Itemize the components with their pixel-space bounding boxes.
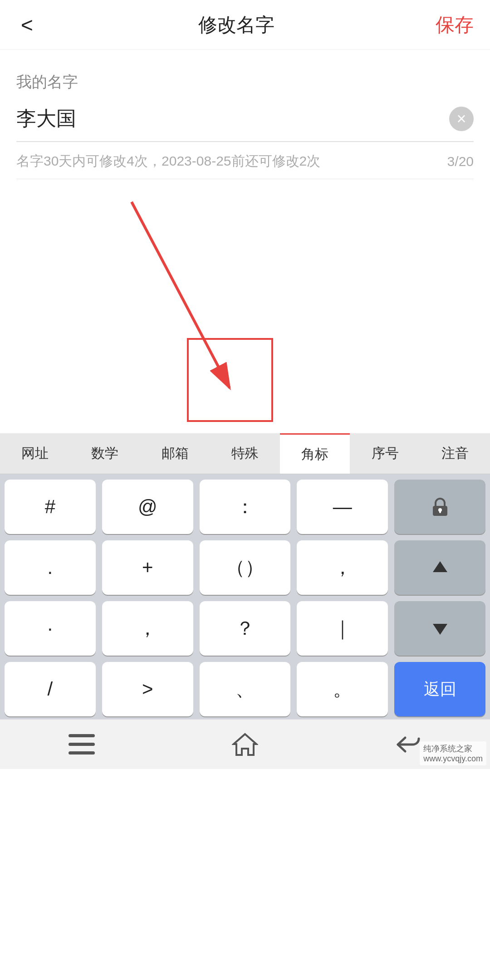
key-row-2: . + （） ， bbox=[5, 540, 485, 595]
key-row-1: # @ ： — bbox=[5, 480, 485, 534]
key-arrow-up[interactable] bbox=[394, 540, 485, 595]
page-title: 修改名字 bbox=[198, 12, 274, 38]
key-rows: # @ ： — . + （） ， bbox=[0, 474, 490, 719]
key-hash[interactable]: # bbox=[5, 480, 96, 534]
tab-wangzhi[interactable]: 网址 bbox=[0, 433, 70, 474]
key-colon[interactable]: ： bbox=[200, 480, 291, 534]
key-lock[interactable] bbox=[394, 480, 485, 534]
key-at[interactable]: @ bbox=[102, 480, 193, 534]
home-icon bbox=[232, 731, 258, 758]
input-row: 李大国 bbox=[16, 105, 474, 142]
key-row-3: · ， ？ ｜ bbox=[5, 601, 485, 656]
key-plus[interactable]: + bbox=[102, 540, 193, 595]
up-arrow-icon bbox=[431, 559, 449, 577]
down-arrow-icon bbox=[431, 619, 449, 637]
content-area: 我的名字 李大国 名字30天内可修改4次，2023-08-25前还可修改2次 3… bbox=[0, 50, 490, 179]
menu-button[interactable] bbox=[64, 731, 100, 758]
key-gt[interactable]: > bbox=[102, 662, 193, 716]
watermark: 纯净系统之家www.ycvqjy.com bbox=[420, 741, 486, 765]
key-row-4: / > 、 。 返回 bbox=[5, 662, 485, 716]
svg-marker-6 bbox=[433, 624, 447, 635]
annotation-arrow bbox=[0, 179, 490, 433]
annotation-area bbox=[0, 179, 490, 433]
key-middot[interactable]: · bbox=[5, 601, 96, 656]
hint-row: 名字30天内可修改4次，2023-08-25前还可修改2次 3/20 bbox=[16, 152, 474, 179]
key-fullstop[interactable]: 。 bbox=[297, 662, 388, 716]
key-comma2[interactable]: ， bbox=[102, 601, 193, 656]
svg-rect-8 bbox=[69, 743, 95, 746]
key-period[interactable]: . bbox=[5, 540, 96, 595]
lock-icon bbox=[428, 495, 452, 519]
tab-shuxue[interactable]: 数学 bbox=[70, 433, 140, 474]
key-pause[interactable]: 、 bbox=[200, 662, 291, 716]
tab-zhuyin[interactable]: 注音 bbox=[420, 433, 490, 474]
save-button[interactable]: 保存 bbox=[436, 12, 474, 38]
nav-bar bbox=[0, 719, 490, 769]
svg-rect-7 bbox=[69, 734, 95, 737]
tab-jiaobiao[interactable]: 角标 bbox=[280, 433, 350, 474]
tab-teshu[interactable]: 特殊 bbox=[210, 433, 280, 474]
svg-marker-5 bbox=[433, 561, 447, 572]
symbol-tabs: 网址 数学 邮箱 特殊 角标 序号 注音 bbox=[0, 433, 490, 474]
keyboard: 网址 数学 邮箱 特殊 角标 序号 注音 # @ ： — bbox=[0, 433, 490, 719]
key-parens[interactable]: （） bbox=[200, 540, 291, 595]
svg-rect-9 bbox=[69, 751, 95, 755]
tab-youxiang[interactable]: 邮箱 bbox=[140, 433, 210, 474]
home-button[interactable] bbox=[227, 731, 263, 758]
field-label: 我的名字 bbox=[16, 72, 474, 93]
key-dash[interactable]: — bbox=[297, 480, 388, 534]
key-slash[interactable]: / bbox=[5, 662, 96, 716]
hint-text: 名字30天内可修改4次，2023-08-25前还可修改2次 bbox=[16, 152, 320, 171]
header: < 修改名字 保存 bbox=[0, 0, 490, 50]
name-input-value[interactable]: 李大国 bbox=[16, 105, 76, 132]
tab-xuhao[interactable]: 序号 bbox=[350, 433, 420, 474]
svg-line-1 bbox=[132, 202, 230, 388]
back-nav-icon bbox=[395, 733, 421, 756]
key-pipe[interactable]: ｜ bbox=[297, 601, 388, 656]
menu-icon bbox=[69, 734, 95, 755]
clear-button[interactable] bbox=[449, 107, 474, 131]
key-comma[interactable]: ， bbox=[297, 540, 388, 595]
watermark-text: 纯净系统之家www.ycvqjy.com bbox=[423, 743, 483, 764]
key-arrow-down[interactable] bbox=[394, 601, 485, 656]
key-return[interactable]: 返回 bbox=[394, 662, 485, 716]
svg-rect-4 bbox=[439, 510, 441, 513]
back-button[interactable]: < bbox=[16, 8, 38, 42]
key-question[interactable]: ？ bbox=[200, 601, 291, 656]
char-count: 3/20 bbox=[447, 154, 474, 169]
